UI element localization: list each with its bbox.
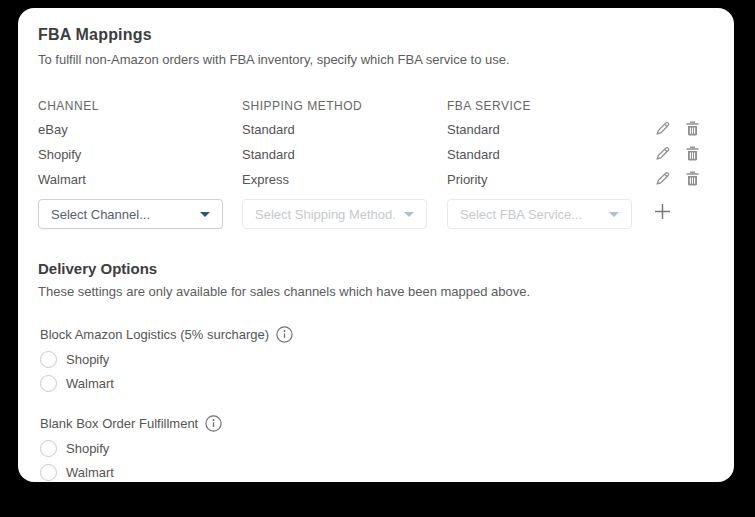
delivery-options-subtitle: These settings are only available for sa… [38,284,714,299]
shipping-method-select-placeholder: Select Shipping Method... [255,207,396,222]
radio-icon[interactable] [40,351,57,368]
radio-option-walmart[interactable]: Walmart [40,464,714,481]
info-icon[interactable] [205,415,222,432]
pencil-icon [655,120,671,139]
column-header-channel: CHANNEL [38,99,242,113]
add-mapping-button[interactable] [652,203,672,223]
radio-label: Shopify [66,441,109,456]
radio-icon[interactable] [40,440,57,457]
radio-icon[interactable] [40,375,57,392]
mappings-table-header: CHANNEL SHIPPING METHOD FBA SERVICE [38,95,714,117]
cell-shipping-method: Standard [242,147,447,162]
delete-row-button[interactable] [684,171,700,188]
cell-fba-service: Standard [447,122,648,137]
chevron-down-icon [609,212,619,217]
cell-fba-service: Priority [447,172,648,187]
delete-row-button[interactable] [684,146,700,163]
cell-channel: Walmart [38,172,242,187]
info-icon[interactable] [276,326,293,343]
cell-shipping-method: Standard [242,122,447,137]
option-group-block-amazon-logistics: Block Amazon Logistics (5% surcharge) Sh… [38,326,714,392]
pencil-icon [655,170,671,189]
group-label: Blank Box Order Fulfillment [40,416,198,431]
fba-mappings-card: FBA Mappings To fulfill non-Amazon order… [18,8,734,482]
delete-row-button[interactable] [684,121,700,138]
pencil-icon [655,145,671,164]
cell-channel: Shopify [38,147,242,162]
table-row: Walmart Express Priority [38,167,714,192]
trash-icon [685,170,700,190]
radio-label: Walmart [66,376,114,391]
option-group-blank-box: Blank Box Order Fulfillment Shopify Walm… [38,415,714,481]
fba-service-select[interactable]: Select FBA Service... [447,199,632,229]
delivery-options-title: Delivery Options [38,260,714,277]
page-subtitle: To fulfill non-Amazon orders with FBA in… [38,52,714,67]
trash-icon [685,145,700,165]
edit-row-button[interactable] [655,146,671,163]
column-header-fba-service: FBA SERVICE [447,99,648,113]
edit-row-button[interactable] [655,171,671,188]
radio-label: Walmart [66,465,114,480]
radio-label: Shopify [66,352,109,367]
radio-icon[interactable] [40,464,57,481]
radio-option-shopify[interactable]: Shopify [40,440,714,457]
cell-channel: eBay [38,122,242,137]
group-label: Block Amazon Logistics (5% surcharge) [40,327,269,342]
cell-shipping-method: Express [242,172,447,187]
trash-icon [685,120,700,140]
fba-service-select-placeholder: Select FBA Service... [460,207,582,222]
cell-fba-service: Standard [447,147,648,162]
edit-row-button[interactable] [655,121,671,138]
page-title: FBA Mappings [38,26,714,44]
radio-option-walmart[interactable]: Walmart [40,375,714,392]
channel-select-placeholder: Select Channel... [51,207,150,222]
chevron-down-icon [404,212,414,217]
plus-icon [653,202,672,224]
radio-option-shopify[interactable]: Shopify [40,351,714,368]
table-row: eBay Standard Standard [38,117,714,142]
channel-select[interactable]: Select Channel... [38,199,223,229]
add-mapping-row: Select Channel... Select Shipping Method… [38,198,714,230]
column-header-shipping-method: SHIPPING METHOD [242,99,447,113]
table-row: Shopify Standard Standard [38,142,714,167]
shipping-method-select[interactable]: Select Shipping Method... [242,199,427,229]
chevron-down-icon [200,212,210,217]
